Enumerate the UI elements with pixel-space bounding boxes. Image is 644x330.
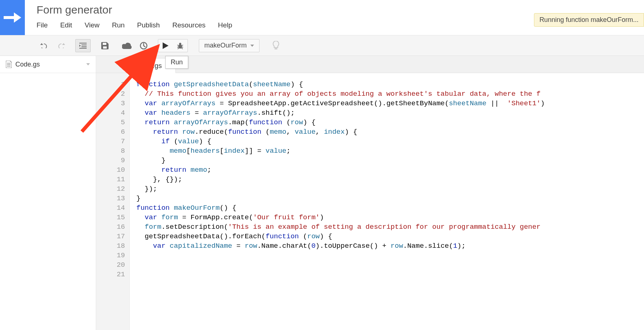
svg-rect-0	[103, 43, 106, 45]
debug-button[interactable]	[173, 39, 187, 52]
play-icon	[163, 42, 168, 49]
line-number: 1	[96, 80, 129, 89]
svg-rect-1	[103, 46, 107, 49]
menu-resources[interactable]: Resources	[172, 21, 205, 29]
line-number: 8	[96, 146, 129, 156]
function-select[interactable]: makeOurForm	[199, 39, 260, 52]
line-number: 7	[96, 137, 129, 146]
run-tooltip: Run	[165, 56, 188, 69]
line-number: 10	[96, 165, 129, 175]
redo-button[interactable]	[53, 39, 69, 52]
file-icon	[6, 61, 12, 68]
bug-icon	[177, 42, 184, 49]
chevron-down-icon[interactable]	[86, 63, 90, 65]
menu-run[interactable]: Run	[112, 21, 125, 29]
status-running: Running function makeOurForm...	[534, 13, 644, 27]
hints-button[interactable]	[268, 39, 284, 52]
undo-icon	[40, 43, 48, 48]
sidebar: Code.gs	[0, 56, 96, 330]
line-number: 17	[96, 232, 129, 241]
code-content[interactable]: function getSpreadsheetData(sheetName) {…	[130, 73, 644, 330]
cloud-icon	[122, 42, 132, 49]
line-number: 18	[96, 241, 129, 251]
indent-icon	[79, 43, 87, 49]
menu-publish[interactable]: Publish	[137, 21, 160, 29]
triggers-button[interactable]	[136, 39, 151, 52]
line-number: 3	[96, 99, 129, 108]
app-logo[interactable]	[0, 0, 25, 35]
undo-button[interactable]	[37, 39, 52, 52]
line-number: 9	[96, 156, 129, 165]
lightbulb-icon	[272, 41, 280, 50]
code-editor[interactable]: 123456789101112131415161718192021 functi…	[96, 73, 644, 330]
menu-edit[interactable]: Edit	[60, 21, 72, 29]
line-number: 4	[96, 108, 129, 118]
line-number: 2	[96, 89, 129, 99]
svg-point-4	[179, 43, 181, 45]
deploy-button[interactable]	[119, 39, 135, 52]
editor-panel: Code.gs × 123456789101112131415161718192…	[96, 56, 644, 330]
clock-icon	[140, 42, 148, 50]
workspace: Code.gs Code.gs × 1234567891011121314151…	[0, 56, 644, 330]
menu-help[interactable]: Help	[218, 21, 232, 29]
svg-rect-5	[274, 48, 277, 49]
sidebar-file-item[interactable]: Code.gs	[0, 56, 96, 73]
line-number: 6	[96, 127, 129, 137]
run-button[interactable]	[158, 39, 173, 52]
toolbar: makeOurForm Run	[0, 35, 644, 56]
redo-icon	[57, 43, 65, 48]
line-number: 19	[96, 251, 129, 260]
indent-button[interactable]	[75, 39, 91, 52]
line-number: 5	[96, 118, 129, 127]
line-number: 15	[96, 213, 129, 222]
menu-file[interactable]: File	[37, 21, 48, 29]
line-number: 13	[96, 194, 129, 203]
line-number-gutter: 123456789101112131415161718192021	[96, 73, 130, 330]
menu-view[interactable]: View	[84, 21, 99, 29]
save-button[interactable]	[97, 39, 113, 52]
line-number: 16	[96, 222, 129, 232]
chevron-down-icon	[250, 45, 254, 47]
line-number: 20	[96, 260, 129, 270]
arrow-right-icon	[4, 11, 21, 24]
line-number: 11	[96, 175, 129, 184]
sidebar-file-label: Code.gs	[15, 61, 40, 68]
tab-label: Code.gs	[136, 62, 162, 70]
line-number: 14	[96, 203, 129, 213]
function-select-label: makeOurForm	[204, 42, 247, 49]
line-number: 21	[96, 270, 129, 279]
run-debug-group	[158, 39, 188, 52]
line-number: 12	[96, 184, 129, 194]
save-icon	[101, 42, 109, 49]
